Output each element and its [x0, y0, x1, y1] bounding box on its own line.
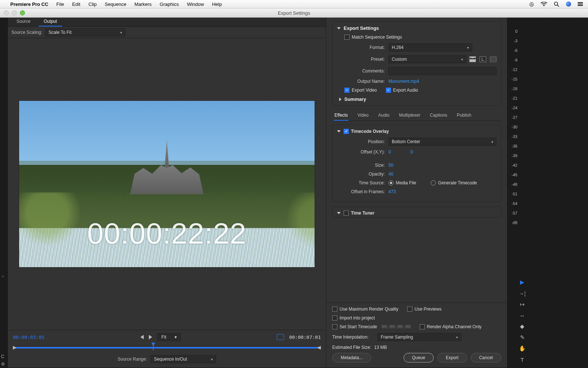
- max-render-label: Use Maximum Render Quality: [340, 307, 398, 312]
- time-interp-dropdown[interactable]: Frame Sampling▾: [377, 333, 461, 341]
- import-preset-icon[interactable]: [480, 56, 486, 62]
- use-previews-checkbox[interactable]: Use Previews: [407, 307, 441, 312]
- time-source-generate-radio[interactable]: Generate Timecode: [431, 180, 477, 185]
- menu-window[interactable]: Window: [187, 1, 204, 7]
- export-video-checkbox[interactable]: Export Video: [344, 88, 377, 93]
- set-start-tc-checkbox[interactable]: Set Start Timecode00:00:00:00: [332, 324, 411, 329]
- window-close-icon[interactable]: [4, 10, 9, 15]
- menu-edit[interactable]: Edit: [72, 1, 80, 7]
- overwrite-icon[interactable]: ↦: [519, 301, 526, 308]
- spotlight-icon[interactable]: [554, 1, 559, 7]
- chevron-down-icon[interactable]: [337, 27, 341, 29]
- hand-tool-icon[interactable]: ✋: [519, 345, 526, 352]
- position-dropdown[interactable]: Bottom Center▾: [388, 138, 496, 146]
- aspect-ratio-icon[interactable]: [277, 334, 284, 340]
- user-status-icon[interactable]: [566, 1, 571, 7]
- time-source-media-radio[interactable]: Media File: [388, 180, 416, 185]
- menu-clip[interactable]: Clip: [89, 1, 97, 7]
- step-forward-icon[interactable]: [149, 335, 152, 339]
- chevron-down-icon[interactable]: [337, 130, 341, 132]
- save-preset-icon[interactable]: [469, 56, 476, 62]
- offset-frames-value[interactable]: 473: [388, 189, 396, 194]
- wifi-icon[interactable]: [541, 2, 547, 6]
- in-point-handle[interactable]: [13, 346, 17, 350]
- offset-x[interactable]: 0: [388, 149, 410, 155]
- cancel-button[interactable]: Cancel: [471, 353, 501, 362]
- format-dropdown[interactable]: H.264▾: [388, 43, 472, 52]
- subtab-captions[interactable]: Captions: [429, 110, 448, 121]
- opacity-label: Opacity:: [337, 171, 385, 177]
- notifications-icon[interactable]: [578, 2, 583, 6]
- marker-icon[interactable]: ◆: [519, 323, 526, 330]
- settings-pane: Export Settings Match Sequence Settings …: [326, 17, 507, 368]
- db-tick: -12: [508, 65, 517, 74]
- close-panel-icon[interactable]: ×: [2, 275, 4, 279]
- menu-sequence[interactable]: Sequence: [105, 1, 126, 7]
- creative-cloud-icon[interactable]: ◎: [529, 1, 534, 7]
- pen-tool-icon[interactable]: ✎: [519, 334, 526, 341]
- max-render-checkbox[interactable]: Use Maximum Render Quality: [332, 307, 398, 312]
- render-alpha-checkbox[interactable]: Render Alpha Channel Only: [420, 324, 482, 329]
- subtab-effects[interactable]: Effects: [334, 110, 348, 121]
- use-previews-label: Use Previews: [415, 307, 441, 312]
- format-label: Format:: [337, 45, 385, 50]
- queue-button[interactable]: Queue: [404, 353, 434, 362]
- menu-graphics[interactable]: Graphics: [160, 1, 179, 7]
- out-point-handle[interactable]: [317, 346, 321, 350]
- tab-source[interactable]: Source: [11, 17, 36, 26]
- zoom-fit-label: Fit: [161, 335, 166, 340]
- chevron-right-icon[interactable]: [339, 98, 341, 101]
- subtab-multiplexer[interactable]: Multiplexer: [398, 110, 421, 121]
- settings-subtabs: Effects Video Audio Multiplexer Captions…: [332, 110, 501, 121]
- match-sequence-checkbox[interactable]: Match Sequence Settings: [344, 35, 402, 40]
- zoom-fit-dropdown[interactable]: Fit ▾: [157, 333, 180, 341]
- current-timecode[interactable]: 00:00:03:05: [13, 335, 44, 340]
- export-audio-checkbox[interactable]: Export Audio: [386, 88, 418, 93]
- play-icon[interactable]: ▶: [519, 279, 526, 286]
- window-minimize-icon[interactable]: [12, 10, 17, 15]
- playhead[interactable]: [151, 343, 155, 351]
- time-tuner-checkbox[interactable]: Time Tuner: [344, 210, 374, 216]
- source-range-dropdown[interactable]: Sequence In/Out ▾: [151, 355, 216, 363]
- subtab-video[interactable]: Video: [356, 110, 369, 121]
- preset-dropdown[interactable]: Custom▾: [388, 55, 466, 63]
- output-name-label: Output Name:: [337, 79, 385, 84]
- preview-scrubber[interactable]: [13, 344, 321, 351]
- comments-input[interactable]: [388, 67, 496, 75]
- offset-frames-label: Offset in Frames:: [337, 189, 385, 194]
- window-zoom-icon[interactable]: [20, 10, 25, 15]
- subtab-publish[interactable]: Publish: [456, 110, 472, 121]
- subtab-audio[interactable]: Audio: [377, 110, 390, 121]
- tool-strip: ▶ →¦ ↦ ↔ ◆ ✎ ✋ T: [518, 279, 526, 363]
- metadata-button[interactable]: Metadata...: [332, 353, 371, 362]
- db-tick: -9: [508, 55, 517, 65]
- menu-help[interactable]: Help: [212, 1, 222, 7]
- swap-icon[interactable]: ↔: [519, 312, 526, 319]
- tab-output[interactable]: Output: [39, 17, 62, 26]
- chevron-down-icon[interactable]: [337, 212, 341, 214]
- app-name[interactable]: Premiere Pro CC: [10, 1, 48, 7]
- db-tick: -39: [508, 151, 517, 160]
- export-button[interactable]: Export: [437, 353, 467, 362]
- step-back-icon[interactable]: [140, 335, 144, 339]
- db-tick: -51: [508, 189, 517, 199]
- ripple-insert-icon[interactable]: →¦: [519, 290, 526, 297]
- opacity-value[interactable]: 40: [388, 171, 393, 177]
- time-tuner-title: Time Tuner: [351, 210, 374, 216]
- delete-preset-icon[interactable]: [490, 56, 496, 62]
- menu-markers[interactable]: Markers: [135, 1, 152, 7]
- import-into-project-label: Import into project: [340, 315, 375, 321]
- render-alpha-label: Render Alpha Channel Only: [427, 324, 482, 329]
- offset-y[interactable]: 0: [410, 149, 413, 155]
- type-tool-icon[interactable]: T: [519, 356, 526, 363]
- db-tick: -18: [508, 84, 517, 93]
- position-value: Bottom Center: [392, 139, 420, 144]
- size-value[interactable]: 50: [388, 163, 393, 168]
- source-scaling-dropdown[interactable]: Scale To Fit ▾: [45, 28, 125, 36]
- menu-file[interactable]: File: [56, 1, 64, 7]
- output-name-link[interactable]: Monument.mp4: [388, 79, 419, 84]
- timecode-overlay-checkbox[interactable]: Timecode Overlay: [344, 129, 389, 134]
- import-into-project-checkbox[interactable]: Import into project: [332, 315, 375, 321]
- summary-title[interactable]: Summary: [344, 96, 366, 102]
- db-tick: -30: [508, 122, 517, 132]
